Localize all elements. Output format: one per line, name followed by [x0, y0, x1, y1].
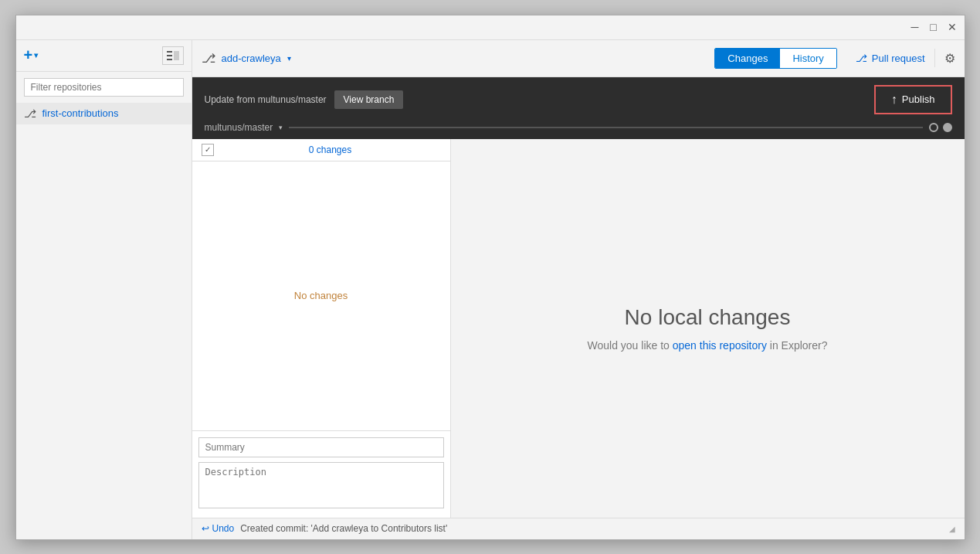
maximize-button[interactable]: □	[927, 21, 940, 33]
add-caret-icon: ▾	[34, 51, 38, 59]
publish-label: Publish	[902, 93, 935, 105]
sidebar: + ▾ ⎇ first-contributions	[16, 40, 192, 539]
dark-bar-top: Update from multunus/master View branch …	[192, 77, 965, 122]
pull-request-label: Pull request	[872, 53, 925, 64]
summary-input[interactable]	[198, 437, 444, 457]
update-from-master-button[interactable]: Update from multunus/master	[205, 94, 327, 105]
changes-list: No changes	[192, 161, 450, 430]
repository-item[interactable]: ⎇ first-contributions	[16, 103, 192, 124]
dark-bar-bottom: multunus/master ▾	[192, 122, 965, 139]
branch-dot-1	[929, 123, 938, 132]
tab-history[interactable]: History	[780, 49, 836, 68]
content-area: ✓ 0 changes No changes No local changes	[192, 139, 965, 518]
branch-name[interactable]: add-crawleya	[222, 53, 281, 64]
undo-button[interactable]: ↩ Undo	[202, 523, 235, 534]
sidebar-toggle-icon	[167, 51, 179, 60]
no-changes-text: No changes	[294, 290, 348, 301]
filter-repositories-input[interactable]	[24, 78, 184, 97]
svg-rect-1	[167, 55, 172, 56]
branch-caret-icon: ▾	[287, 54, 291, 63]
tab-group: Changes History	[714, 48, 837, 69]
changes-header: ✓ 0 changes	[192, 139, 450, 161]
undo-label: Undo	[212, 523, 235, 534]
toolbar-divider	[934, 49, 935, 67]
main-panel: ⎇ add-crawleya ▾ Changes History ⎇ Pull …	[192, 40, 965, 539]
no-local-changes-panel: No local changes Would you like to open …	[451, 139, 965, 518]
commit-status-message: Created commit: 'Add crawleya to Contrib…	[240, 523, 447, 534]
plus-icon: +	[24, 46, 33, 64]
window-controls: ─ □ ✕	[909, 21, 958, 33]
no-local-changes-title: No local changes	[625, 305, 791, 330]
changes-panel: ✓ 0 changes No changes	[192, 139, 451, 518]
branch-from-label: multunus/master	[205, 122, 273, 133]
dark-bar: Update from multunus/master View branch …	[192, 77, 965, 139]
status-bar: ↩ Undo Created commit: 'Add crawleya to …	[192, 518, 965, 539]
open-repository-link[interactable]: open this repository	[673, 339, 767, 352]
add-repository-button[interactable]: + ▾	[24, 46, 39, 64]
undo-icon: ↩	[202, 523, 209, 534]
no-local-changes-subtitle: Would you like to open this repository i…	[587, 339, 827, 352]
title-bar: ─ □ ✕	[16, 15, 965, 40]
branch-track-line	[289, 127, 922, 128]
minimize-button[interactable]: ─	[909, 21, 921, 33]
toolbar: ⎇ add-crawleya ▾ Changes History ⎇ Pull …	[192, 40, 965, 77]
app-window: ─ □ ✕ + ▾	[15, 15, 965, 540]
no-local-subtitle-before: Would you like to	[587, 339, 672, 352]
repo-branch-icon: ⎇	[24, 107, 36, 120]
svg-rect-0	[167, 51, 172, 53]
svg-rect-2	[167, 59, 172, 60]
pull-request-icon: ⎇	[856, 53, 867, 64]
pull-request-button[interactable]: ⎇ Pull request	[856, 53, 925, 64]
settings-button[interactable]: ⚙	[944, 51, 955, 66]
no-local-subtitle-after: in Explorer?	[767, 339, 828, 352]
branch-dot-2	[943, 123, 952, 132]
resize-handle-icon: ◢	[949, 525, 955, 533]
commit-area	[192, 430, 450, 518]
view-branch-button[interactable]: View branch	[334, 90, 404, 109]
publish-upload-icon: ↑	[891, 93, 897, 107]
close-button[interactable]: ✕	[946, 21, 958, 33]
tab-changes[interactable]: Changes	[715, 49, 780, 68]
publish-button[interactable]: ↑ Publish	[874, 85, 952, 114]
sidebar-top: + ▾	[16, 40, 192, 72]
svg-rect-3	[174, 51, 179, 60]
branch-from-caret-icon: ▾	[279, 124, 283, 131]
app-body: + ▾ ⎇ first-contributions	[16, 40, 965, 539]
repository-name: first-contributions	[42, 107, 119, 119]
description-input[interactable]	[198, 462, 444, 508]
sidebar-toggle-button[interactable]	[162, 46, 184, 65]
branch-dots	[929, 123, 952, 132]
toolbar-right: ⎇ Pull request ⚙	[856, 49, 955, 67]
select-all-checkbox[interactable]: ✓	[202, 144, 214, 156]
branch-icon: ⎇	[202, 51, 215, 66]
changes-count: 0 changes	[220, 144, 441, 155]
